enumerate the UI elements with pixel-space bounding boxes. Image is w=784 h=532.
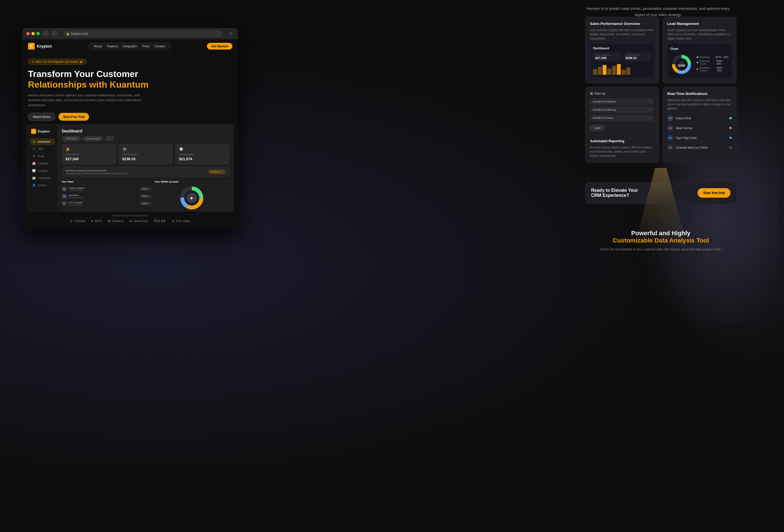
legend-dot-2 bbox=[697, 62, 698, 63]
back-button[interactable]: ‹ bbox=[43, 30, 49, 37]
badge-icon: ✦ bbox=[32, 60, 34, 63]
filter-row: ATBB ECG Last Decade ··· bbox=[62, 136, 229, 141]
legend-item-2: Business Travel $254 · 35% bbox=[697, 60, 729, 65]
lead-management-card: Lead Management Easily organize and trac… bbox=[663, 17, 736, 83]
celestial-label: Celestial bbox=[74, 220, 85, 223]
member-name-3: Erin Champlin bbox=[68, 201, 83, 204]
sidebar-item-calendar[interactable]: 📅 Calendar bbox=[30, 160, 55, 167]
filter-close-1[interactable]: ⊗ bbox=[649, 100, 651, 103]
donut-total-label: Total bbox=[678, 62, 685, 64]
new-badge: ✦ New: Our AI integration just landed 🎉 bbox=[28, 59, 86, 65]
lead-mgmt-desc: Easily organize and track potential lead… bbox=[667, 28, 732, 40]
legend-value-2: $254 · 35% bbox=[717, 60, 729, 65]
echo-icon: ✕ bbox=[172, 219, 174, 223]
sidebar-item-contact[interactable]: 👤 Contact bbox=[30, 182, 55, 189]
sidebar-item-dashboard[interactable]: ⊞ Dashboard bbox=[30, 138, 55, 145]
refresh-button[interactable]: ↻ bbox=[228, 31, 234, 36]
mini-label-2: Total Expenses bbox=[625, 54, 649, 56]
filter-pill-1[interactable]: ATBB ECG bbox=[62, 136, 81, 141]
mini-dashboard: Dashboard Total Expenses $27,340 Total E… bbox=[590, 44, 654, 78]
chart-more-icon[interactable]: ··· bbox=[725, 47, 729, 51]
sidebar-item-email[interactable]: ✉ Email bbox=[30, 153, 55, 160]
stat-icon-1: 💰 bbox=[65, 147, 70, 151]
lead-mgmt-title: Lead Management bbox=[667, 22, 732, 26]
logo-echo: ✕ Echo Valley bbox=[172, 219, 190, 223]
mini-bar-chart bbox=[593, 63, 651, 75]
legend-item-1: Buildings $175 · 25% bbox=[697, 56, 729, 58]
wallet-play-button[interactable]: ▶ bbox=[187, 193, 197, 203]
watch-demo-button[interactable]: Watch Demo bbox=[28, 113, 55, 121]
filter-title: ⊞ Filter by bbox=[590, 91, 654, 95]
wallet-more-icon[interactable]: ··· bbox=[226, 180, 229, 184]
legend-dot-1 bbox=[697, 56, 698, 58]
sidebar-label-email: Email bbox=[38, 155, 44, 158]
hero-subtitle: Harness the power of AI to optimize your… bbox=[28, 93, 148, 108]
sidebar-item-analytics[interactable]: 📊 Analytics bbox=[30, 167, 55, 174]
legend-item-3: Business Comm. $301 · 29% bbox=[697, 66, 729, 72]
filter-pill-more[interactable]: ··· bbox=[105, 136, 114, 141]
dashboard-sidebar: K Krypton ⊞ Dashboard ☑ Task ✉ Email 📅 bbox=[27, 125, 58, 211]
sales-overview-title: Sales Performance Overview bbox=[590, 22, 654, 26]
logo-acme: ≫ Acme Corp bbox=[129, 219, 148, 223]
nav-feature[interactable]: Feature bbox=[107, 45, 118, 48]
mini-value-1: $27,340 bbox=[595, 56, 619, 60]
url-text: krypton.com bbox=[71, 32, 88, 35]
member-name-1: Latoya Langosh bbox=[68, 187, 85, 189]
banner-continue-button[interactable]: Continue → bbox=[208, 169, 226, 174]
apex-icon: ✦ bbox=[91, 219, 93, 223]
sidebar-item-companies[interactable]: 🏢 Companies bbox=[30, 175, 55, 181]
dash-logo: K Krypton bbox=[30, 129, 55, 134]
team-section: Our Team ··· LL Latoya Langosh Sales Exe… bbox=[62, 180, 152, 211]
maximize-dot[interactable] bbox=[36, 32, 40, 35]
chart-header: Chart ··· bbox=[670, 47, 729, 51]
start-free-button[interactable]: Start Free Trial bbox=[58, 113, 89, 121]
avatar-1: LL bbox=[62, 187, 67, 192]
nav-integration[interactable]: Integration bbox=[123, 45, 137, 48]
minimize-dot[interactable] bbox=[31, 32, 35, 35]
realtime-desc: Stay up to date with real-time notificat… bbox=[667, 98, 732, 111]
filter-item-2: Number of Following ⊗ bbox=[590, 106, 654, 113]
filter-close-2[interactable]: ⊗ bbox=[649, 108, 651, 111]
forward-button[interactable]: › bbox=[52, 30, 58, 37]
donut-total-value: $299 bbox=[678, 64, 685, 67]
notif-person-3: ÖK Oguz Yagiz Kara bbox=[667, 133, 732, 143]
dash-logo-text: Krypton bbox=[38, 130, 50, 133]
order-button-1[interactable]: Order → bbox=[140, 187, 152, 191]
wallet-header: Your Wallet account ··· bbox=[155, 180, 229, 184]
member-text-2: Abel Shire Sales Executive bbox=[68, 194, 83, 198]
celestial-icon: ✳ bbox=[70, 219, 73, 223]
get-started-button[interactable]: Get Started bbox=[207, 43, 232, 50]
cta-button[interactable]: Start free trial bbox=[698, 188, 730, 198]
apply-button[interactable]: Apply bbox=[590, 125, 605, 131]
bar-3 bbox=[603, 65, 607, 75]
bar-8 bbox=[626, 67, 630, 75]
notif-name-2: Adam Nyman bbox=[676, 127, 693, 130]
bar-7 bbox=[622, 70, 625, 75]
stat-card-3: 📈 Total Expenses $21,574 bbox=[175, 144, 229, 164]
address-bar[interactable]: 🔒 krypton.com bbox=[63, 30, 223, 37]
order-button-3[interactable]: Order → bbox=[140, 202, 152, 205]
notif-status-4 bbox=[729, 146, 732, 149]
mini-dash-title: Dashboard bbox=[593, 47, 651, 50]
notif-name-1: Vojtech Rink bbox=[676, 117, 691, 120]
stats-row: 💰 Total Expenses $27,340 💳 Total Expense… bbox=[62, 144, 229, 164]
right-panels: Sales Performance Overview Gain real-tim… bbox=[585, 17, 736, 163]
nav-contact[interactable]: Contact bbox=[154, 45, 165, 48]
sidebar-item-task[interactable]: ☑ Task bbox=[30, 146, 55, 152]
nav-links: Home Feature Integration Price Contact bbox=[88, 43, 170, 50]
stat-label-1: Total Expenses bbox=[65, 153, 112, 156]
nav-home[interactable]: Home bbox=[94, 45, 102, 48]
dashboard-bottom: Our Team ··· LL Latoya Langosh Sales Exe… bbox=[62, 180, 229, 211]
filter-close-3[interactable]: ⊗ bbox=[649, 116, 651, 119]
filter-pill-2[interactable]: Last Decade bbox=[83, 136, 103, 141]
logo-celestial: ✳ Celestial bbox=[70, 219, 85, 223]
trusted-section: Trusted by top innovative teams. ✳ Celes… bbox=[22, 212, 238, 225]
nav-price[interactable]: Price bbox=[142, 45, 149, 48]
close-dot[interactable] bbox=[26, 32, 30, 35]
donut-center: Total $299 bbox=[678, 62, 685, 67]
team-more-icon[interactable]: ··· bbox=[149, 180, 152, 184]
sidebar-label-task: Task bbox=[38, 147, 43, 150]
top-description: Harness AI to predict sales trends, pers… bbox=[582, 6, 734, 18]
order-button-2[interactable]: Order → bbox=[140, 194, 152, 198]
sidebar-label-dashboard: Dashboard bbox=[38, 140, 50, 143]
